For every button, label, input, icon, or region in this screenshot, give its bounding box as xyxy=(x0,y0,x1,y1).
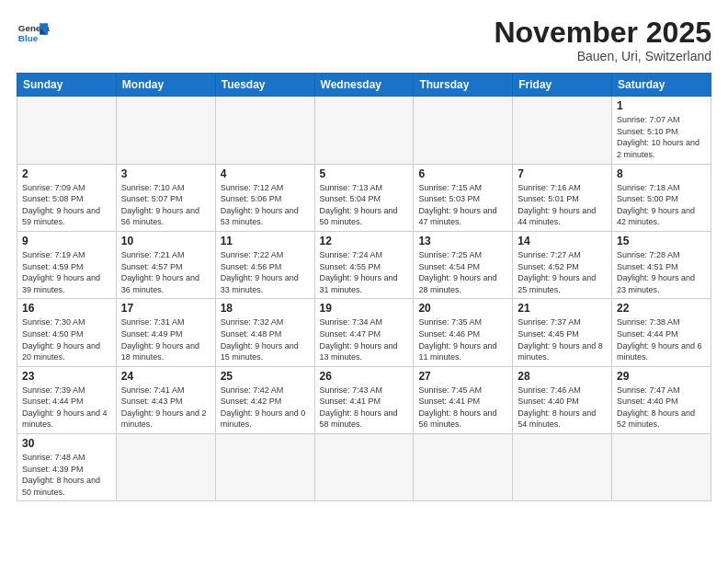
header: General Blue November 2025 Bauen, Uri, S… xyxy=(17,17,711,63)
svg-text:Blue: Blue xyxy=(18,33,39,43)
calendar-cell: 14Sunrise: 7:27 AM Sunset: 4:52 PM Dayli… xyxy=(513,231,612,298)
calendar-cell: 21Sunrise: 7:37 AM Sunset: 4:45 PM Dayli… xyxy=(513,299,612,366)
day-info: Sunrise: 7:18 AM Sunset: 5:00 PM Dayligh… xyxy=(617,182,706,228)
day-info: Sunrise: 7:42 AM Sunset: 4:42 PM Dayligh… xyxy=(221,385,310,431)
generalblue-logo-icon: General Blue xyxy=(17,17,50,50)
day-number: 19 xyxy=(320,302,409,315)
calendar-cell: 17Sunrise: 7:31 AM Sunset: 4:49 PM Dayli… xyxy=(116,299,215,366)
day-info: Sunrise: 7:39 AM Sunset: 4:44 PM Dayligh… xyxy=(22,385,111,431)
calendar-cell xyxy=(612,434,711,501)
calendar-body: 1Sunrise: 7:07 AM Sunset: 5:10 PM Daylig… xyxy=(17,97,711,501)
day-number: 4 xyxy=(221,167,310,180)
day-info: Sunrise: 7:34 AM Sunset: 4:47 PM Dayligh… xyxy=(320,316,409,362)
calendar-cell: 24Sunrise: 7:41 AM Sunset: 4:43 PM Dayli… xyxy=(116,366,215,433)
calendar-cell xyxy=(414,97,513,164)
col-wednesday: Wednesday xyxy=(314,74,414,97)
day-number: 23 xyxy=(22,370,111,383)
day-info: Sunrise: 7:09 AM Sunset: 5:08 PM Dayligh… xyxy=(22,182,111,228)
day-info: Sunrise: 7:24 AM Sunset: 4:55 PM Dayligh… xyxy=(320,249,409,295)
day-info: Sunrise: 7:48 AM Sunset: 4:39 PM Dayligh… xyxy=(22,452,111,498)
day-number: 13 xyxy=(418,235,507,247)
day-info: Sunrise: 7:30 AM Sunset: 4:50 PM Dayligh… xyxy=(22,316,111,362)
day-number: 11 xyxy=(221,235,310,247)
day-number: 29 xyxy=(617,370,706,383)
day-info: Sunrise: 7:47 AM Sunset: 4:40 PM Dayligh… xyxy=(617,385,706,431)
day-info: Sunrise: 7:27 AM Sunset: 4:52 PM Dayligh… xyxy=(518,249,607,295)
calendar-cell: 23Sunrise: 7:39 AM Sunset: 4:44 PM Dayli… xyxy=(17,366,117,433)
day-number: 18 xyxy=(221,302,310,315)
day-number: 24 xyxy=(121,370,210,383)
day-info: Sunrise: 7:31 AM Sunset: 4:49 PM Dayligh… xyxy=(121,316,210,362)
calendar-cell xyxy=(17,97,117,164)
calendar-cell: 10Sunrise: 7:21 AM Sunset: 4:57 PM Dayli… xyxy=(116,231,215,298)
day-number: 14 xyxy=(518,235,607,247)
calendar-cell: 12Sunrise: 7:24 AM Sunset: 4:55 PM Dayli… xyxy=(314,231,414,298)
day-number: 30 xyxy=(22,437,111,450)
day-info: Sunrise: 7:43 AM Sunset: 4:41 PM Dayligh… xyxy=(320,385,409,431)
calendar-week-row-4: 23Sunrise: 7:39 AM Sunset: 4:44 PM Dayli… xyxy=(17,366,711,433)
day-number: 3 xyxy=(121,167,210,180)
col-thursday: Thursday xyxy=(414,74,513,97)
calendar-cell xyxy=(314,434,414,501)
day-info: Sunrise: 7:10 AM Sunset: 5:07 PM Dayligh… xyxy=(121,182,210,228)
day-info: Sunrise: 7:45 AM Sunset: 4:41 PM Dayligh… xyxy=(418,385,507,431)
day-info: Sunrise: 7:41 AM Sunset: 4:43 PM Dayligh… xyxy=(121,385,210,431)
location: Bauen, Uri, Switzerland xyxy=(494,49,711,63)
day-number: 16 xyxy=(22,302,111,315)
calendar-cell: 4Sunrise: 7:12 AM Sunset: 5:06 PM Daylig… xyxy=(215,164,314,231)
calendar-cell: 18Sunrise: 7:32 AM Sunset: 4:48 PM Dayli… xyxy=(215,299,314,366)
day-number: 2 xyxy=(22,167,111,180)
day-number: 22 xyxy=(617,302,706,315)
day-number: 1 xyxy=(617,99,706,112)
day-number: 10 xyxy=(121,235,210,247)
calendar-cell xyxy=(414,434,513,501)
col-sunday: Sunday xyxy=(17,74,117,97)
day-number: 12 xyxy=(320,235,409,247)
calendar-week-row-1: 2Sunrise: 7:09 AM Sunset: 5:08 PM Daylig… xyxy=(17,164,711,231)
calendar-cell: 1Sunrise: 7:07 AM Sunset: 5:10 PM Daylig… xyxy=(612,97,711,164)
day-number: 26 xyxy=(320,370,409,383)
calendar-cell: 13Sunrise: 7:25 AM Sunset: 4:54 PM Dayli… xyxy=(414,231,513,298)
day-number: 27 xyxy=(418,370,507,383)
day-number: 17 xyxy=(121,302,210,315)
calendar-cell: 16Sunrise: 7:30 AM Sunset: 4:50 PM Dayli… xyxy=(17,299,117,366)
day-info: Sunrise: 7:37 AM Sunset: 4:45 PM Dayligh… xyxy=(518,316,607,362)
page: General Blue November 2025 Bauen, Uri, S… xyxy=(0,0,728,563)
calendar-week-row-0: 1Sunrise: 7:07 AM Sunset: 5:10 PM Daylig… xyxy=(17,97,711,164)
calendar-cell: 9Sunrise: 7:19 AM Sunset: 4:59 PM Daylig… xyxy=(17,231,117,298)
day-info: Sunrise: 7:25 AM Sunset: 4:54 PM Dayligh… xyxy=(418,249,507,295)
calendar-cell: 30Sunrise: 7:48 AM Sunset: 4:39 PM Dayli… xyxy=(17,434,117,501)
calendar-cell xyxy=(215,434,314,501)
day-info: Sunrise: 7:38 AM Sunset: 4:44 PM Dayligh… xyxy=(617,316,706,362)
day-number: 9 xyxy=(22,235,111,247)
col-monday: Monday xyxy=(116,74,215,97)
calendar-cell: 22Sunrise: 7:38 AM Sunset: 4:44 PM Dayli… xyxy=(612,299,711,366)
day-info: Sunrise: 7:16 AM Sunset: 5:01 PM Dayligh… xyxy=(518,182,607,228)
col-tuesday: Tuesday xyxy=(215,74,314,97)
calendar-header-row: Sunday Monday Tuesday Wednesday Thursday… xyxy=(17,74,711,97)
col-friday: Friday xyxy=(513,74,612,97)
calendar-cell xyxy=(513,97,612,164)
calendar-cell: 28Sunrise: 7:46 AM Sunset: 4:40 PM Dayli… xyxy=(513,366,612,433)
logo: General Blue xyxy=(17,17,50,50)
day-info: Sunrise: 7:28 AM Sunset: 4:51 PM Dayligh… xyxy=(617,249,706,295)
calendar-week-row-5: 30Sunrise: 7:48 AM Sunset: 4:39 PM Dayli… xyxy=(17,434,711,501)
calendar-cell xyxy=(215,97,314,164)
day-info: Sunrise: 7:19 AM Sunset: 4:59 PM Dayligh… xyxy=(22,249,111,295)
calendar-cell: 15Sunrise: 7:28 AM Sunset: 4:51 PM Dayli… xyxy=(612,231,711,298)
calendar-week-row-2: 9Sunrise: 7:19 AM Sunset: 4:59 PM Daylig… xyxy=(17,231,711,298)
day-number: 7 xyxy=(518,167,607,180)
calendar-cell: 25Sunrise: 7:42 AM Sunset: 4:42 PM Dayli… xyxy=(215,366,314,433)
col-saturday: Saturday xyxy=(612,74,711,97)
day-info: Sunrise: 7:35 AM Sunset: 4:46 PM Dayligh… xyxy=(418,316,507,362)
calendar-cell: 8Sunrise: 7:18 AM Sunset: 5:00 PM Daylig… xyxy=(612,164,711,231)
calendar-cell: 6Sunrise: 7:15 AM Sunset: 5:03 PM Daylig… xyxy=(414,164,513,231)
day-info: Sunrise: 7:21 AM Sunset: 4:57 PM Dayligh… xyxy=(121,249,210,295)
calendar-cell: 7Sunrise: 7:16 AM Sunset: 5:01 PM Daylig… xyxy=(513,164,612,231)
calendar-cell: 29Sunrise: 7:47 AM Sunset: 4:40 PM Dayli… xyxy=(612,366,711,433)
calendar-cell: 11Sunrise: 7:22 AM Sunset: 4:56 PM Dayli… xyxy=(215,231,314,298)
day-number: 28 xyxy=(518,370,607,383)
title-block: November 2025 Bauen, Uri, Switzerland xyxy=(494,17,711,63)
calendar-week-row-3: 16Sunrise: 7:30 AM Sunset: 4:50 PM Dayli… xyxy=(17,299,711,366)
day-info: Sunrise: 7:12 AM Sunset: 5:06 PM Dayligh… xyxy=(221,182,310,228)
